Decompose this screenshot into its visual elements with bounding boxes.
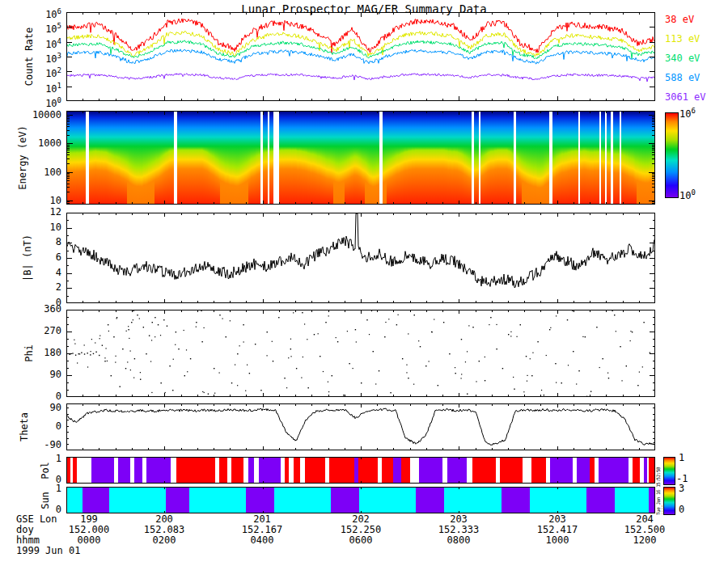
count-rate-ytick-label: 100 <box>0 95 61 109</box>
theta-panel-canvas <box>66 403 655 450</box>
strip-ytick-label: 1 <box>0 483 61 494</box>
bnt-ytick-label: 4 <box>0 267 61 278</box>
legend-item-3061ev: 3061 eV <box>665 91 706 103</box>
phi-ytick-label: 90 <box>0 369 61 380</box>
strip-ytick-label: 1 <box>0 453 61 464</box>
phi-ytick-label: 0 <box>0 391 61 402</box>
theta-ytick-label: -90 <box>0 439 61 450</box>
x-tick-label: 0800 <box>447 535 471 546</box>
bmag-panel-canvas <box>66 213 655 303</box>
bnt-ytick-label: 8 <box>0 236 61 247</box>
phi-ytick-label: 270 <box>0 325 61 336</box>
colorbar-max-label: 106 <box>679 106 696 120</box>
legend-item-588ev: 588 eV <box>665 72 700 83</box>
count-rate-ytick-label: 106 <box>0 6 61 20</box>
strip-ytick-label: 0 <box>0 504 61 515</box>
legend-item-113ev: 113 eV <box>665 33 700 44</box>
phi-panel-canvas <box>66 310 655 397</box>
x-tick-label: 0600 <box>349 535 373 546</box>
energy-ytick-label: 1000 <box>0 137 61 149</box>
legend-item-340ev: 340 eV <box>665 53 700 64</box>
spectrogram-colorbar <box>665 112 679 198</box>
x-tick-label: 1200 <box>633 535 657 546</box>
sun-colorbar <box>663 487 675 515</box>
count-rate-ytick-label: 105 <box>0 20 61 35</box>
x-tick-label: 0000 <box>78 535 101 546</box>
sun-strip-canvas <box>66 487 655 513</box>
phi-ytick-label: 360 <box>0 303 61 315</box>
energy-spectrogram-canvas <box>66 111 655 205</box>
x-tick-label: 0200 <box>153 535 176 546</box>
pol-colorbar-max-label: 1 <box>679 453 684 463</box>
sun-colorbar-min-label: 0 <box>679 505 684 515</box>
count-rate-ytick-label: 101 <box>0 80 61 95</box>
theta-ytick-label: 0 <box>0 420 61 432</box>
x-tick-label: 0400 <box>251 535 274 546</box>
sun-colorbar-max-label: 3 <box>679 484 684 494</box>
pol-colorbar <box>663 457 675 485</box>
lunar-prospector-summary-plot: Lunar Prospector MAG/ER Summary Data Cou… <box>0 0 728 566</box>
count-rate-ytick-label: 102 <box>0 65 61 79</box>
energy-ytick-label: 10000 <box>0 109 61 120</box>
date-label: 1999 Jun 01 <box>16 546 80 556</box>
pol-strip-canvas <box>66 457 655 484</box>
phi-ytick-label: 180 <box>0 347 61 358</box>
colorbar-min-label: 100 <box>679 188 696 201</box>
count-rate-ytick-label: 103 <box>0 50 61 65</box>
bnt-ytick-label: 12 <box>0 206 61 218</box>
bnt-ytick-label: 2 <box>0 281 61 293</box>
bnt-ytick-label: 6 <box>0 251 61 263</box>
theta-ytick-label: 90 <box>0 402 61 413</box>
legend-item-38ev: 38 eV <box>665 14 694 25</box>
plot-timestamp: Tue Jan 16 15:52:58 1998 <box>655 457 662 515</box>
bnt-ytick-label: 10 <box>0 222 61 233</box>
count-rate-panel-canvas <box>66 12 655 101</box>
x-tick-label: 1000 <box>546 535 569 546</box>
count-rate-ytick-label: 104 <box>0 36 61 50</box>
energy-ytick-label: 100 <box>0 167 61 178</box>
energy-ytick-label: 10 <box>0 195 61 206</box>
